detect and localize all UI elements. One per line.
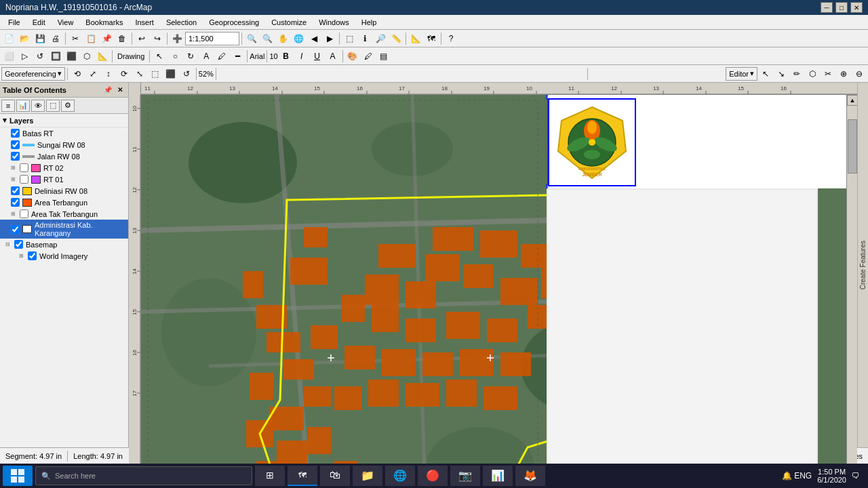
menu-selection[interactable]: Selection xyxy=(161,17,202,28)
notification-btn[interactable]: 🗨 xyxy=(852,471,860,481)
select-features-btn[interactable]: ⬚ xyxy=(342,31,357,46)
draw-text-btn[interactable]: A xyxy=(199,49,214,64)
taskbar-app3[interactable]: 📷 xyxy=(450,466,480,486)
geo-btn4[interactable]: ⟳ xyxy=(117,66,132,81)
draw-circle-btn[interactable]: ○ xyxy=(167,49,182,64)
geo-btn1[interactable]: ⟲ xyxy=(70,66,85,81)
toc-list-view-btn[interactable]: ≡ xyxy=(1,100,15,112)
geo-btn7[interactable]: ⬛ xyxy=(163,66,178,81)
draw-line-btn[interactable]: ━ xyxy=(230,49,245,64)
draw-rotate-btn[interactable]: ↻ xyxy=(183,49,198,64)
layer-admin-checkbox[interactable] xyxy=(11,225,20,234)
shadow-btn[interactable]: ▤ xyxy=(376,49,391,64)
scale-input[interactable]: 1:1,500 xyxy=(185,32,239,45)
minimize-button[interactable]: ─ xyxy=(821,2,833,13)
editor-btn4[interactable]: ⬡ xyxy=(805,66,820,81)
menu-view[interactable]: View xyxy=(52,17,79,28)
draw-tb-btn6[interactable]: ⬡ xyxy=(79,49,94,64)
maximize-button[interactable]: □ xyxy=(835,2,848,13)
taskbar-arcmap[interactable]: 🗺 xyxy=(288,466,317,486)
draw-tb-btn3[interactable]: ↺ xyxy=(33,49,47,64)
new-btn[interactable]: 📄 xyxy=(1,31,16,46)
delete-btn[interactable]: 🗑 xyxy=(115,31,130,46)
undo-btn[interactable]: ↩ xyxy=(134,31,149,46)
zoom-in-btn[interactable]: 🔍 xyxy=(244,31,259,46)
georeferencing-dropdown[interactable]: Georeferencing ▾ xyxy=(1,67,65,81)
draw-tb-btn1[interactable]: ⬜ xyxy=(1,49,16,64)
open-btn[interactable]: 📂 xyxy=(17,31,32,46)
editor-btn7[interactable]: ⊖ xyxy=(852,66,867,81)
line-color-btn[interactable]: 🖊 xyxy=(361,49,376,64)
next-extent-btn[interactable]: ▶ xyxy=(322,31,337,46)
toc-options-btn[interactable]: ⚙ xyxy=(61,100,75,112)
layer-rt02-checkbox[interactable] xyxy=(20,163,28,172)
toc-by-visibility-btn[interactable]: 👁 xyxy=(31,100,45,112)
layer-batas-rt-checkbox[interactable] xyxy=(11,129,20,138)
layer-sungai-checkbox[interactable] xyxy=(11,140,20,149)
pan-btn[interactable]: ✋ xyxy=(275,31,290,46)
taskbar-app4[interactable]: 📊 xyxy=(483,466,513,486)
draw-tb-btn2[interactable]: ▷ xyxy=(17,49,32,64)
taskbar-store[interactable]: 🛍 xyxy=(320,466,350,486)
layer-basemap-group[interactable]: ⊟ Basemap xyxy=(0,239,128,250)
layer-world-checkbox[interactable] xyxy=(28,251,37,260)
draw-tb-btn4[interactable]: 🔲 xyxy=(48,49,63,64)
paste-btn[interactable]: 📌 xyxy=(99,31,114,46)
create-features-panel[interactable]: Create Features xyxy=(857,83,868,447)
menu-bookmarks[interactable]: Bookmarks xyxy=(80,17,128,28)
layer-rt02[interactable]: ⊞ RT 02 xyxy=(0,162,128,174)
italic-btn[interactable]: I xyxy=(294,49,309,64)
toc-by-source-btn[interactable]: 📊 xyxy=(16,100,30,112)
full-extent-btn[interactable]: 🌐 xyxy=(291,31,306,46)
layer-jalan[interactable]: Jalan RW 08 xyxy=(0,150,128,162)
toc-close-btn[interactable]: ✕ xyxy=(115,85,125,96)
menu-edit[interactable]: Edit xyxy=(27,17,51,28)
geo-btn8[interactable]: ↺ xyxy=(179,66,194,81)
close-button[interactable]: ✕ xyxy=(850,2,863,13)
geo-btn5[interactable]: ⤡ xyxy=(132,66,147,81)
editor-btn2[interactable]: ↘ xyxy=(774,66,789,81)
measure-btn[interactable]: 📏 xyxy=(389,31,403,46)
font-color-btn[interactable]: A xyxy=(326,49,340,64)
scroll-up-btn[interactable]: ▲ xyxy=(847,95,858,106)
zoom-out-btn[interactable]: 🔍 xyxy=(260,31,275,46)
geo-btn2[interactable]: ⤢ xyxy=(85,66,100,81)
editor-btn5[interactable]: ✂ xyxy=(821,66,835,81)
menu-windows[interactable]: Windows xyxy=(313,17,355,28)
menu-file[interactable]: File xyxy=(3,17,26,28)
menu-customize[interactable]: Customize xyxy=(266,17,312,28)
layer-jalan-checkbox[interactable] xyxy=(11,152,20,161)
add-data-btn[interactable]: ➕ xyxy=(170,31,184,46)
underline-btn[interactable]: U xyxy=(310,49,325,64)
layer-rt01-checkbox[interactable] xyxy=(20,175,28,184)
layer-deliniasi[interactable]: Deliniasi RW 08 xyxy=(0,185,128,197)
toc-by-selection-btn[interactable]: ⬚ xyxy=(46,100,60,112)
taskbar-search[interactable]: 🔍 Search here xyxy=(35,466,252,485)
layer-world-imagery[interactable]: ⊞ World Imagery xyxy=(0,250,128,262)
layer-area-terbangun-checkbox[interactable] xyxy=(11,198,20,207)
menu-geoprocessing[interactable]: Geoprocessing xyxy=(203,17,264,28)
draw-fill-btn[interactable]: 🖊 xyxy=(214,49,229,64)
save-btn[interactable]: 💾 xyxy=(33,31,47,46)
menu-insert[interactable]: Insert xyxy=(130,17,159,28)
prev-extent-btn[interactable]: ◀ xyxy=(307,31,321,46)
editor-btn6[interactable]: ⊕ xyxy=(836,66,851,81)
taskbar-app2[interactable]: 🔴 xyxy=(418,466,448,486)
arcmap-help-btn[interactable]: ? xyxy=(443,31,458,46)
editor-btn1[interactable]: ↖ xyxy=(758,66,773,81)
layer-area-tak-checkbox[interactable] xyxy=(20,209,28,218)
layer-sungai[interactable]: Sungai RW 08 xyxy=(0,139,128,150)
identify-btn[interactable]: ℹ xyxy=(357,31,372,46)
data-view-btn[interactable]: 🗺 xyxy=(424,31,439,46)
pointer-btn[interactable]: ↖ xyxy=(152,49,167,64)
scroll-thumb-v[interactable] xyxy=(848,119,857,174)
draw-tb-btn5[interactable]: ⬛ xyxy=(64,49,79,64)
taskbar-explorer[interactable]: 📁 xyxy=(353,466,382,486)
editor-btn3[interactable]: ✏ xyxy=(789,66,804,81)
fill-color-btn[interactable]: 🎨 xyxy=(345,49,360,64)
redo-btn[interactable]: ↪ xyxy=(150,31,165,46)
taskbar-task-view[interactable]: ⊞ xyxy=(255,466,285,486)
inner-map[interactable]: UNIVERSITAS JEMBER xyxy=(141,95,846,488)
layer-deliniasi-checkbox[interactable] xyxy=(11,186,20,195)
print-btn[interactable]: 🖨 xyxy=(48,31,63,46)
